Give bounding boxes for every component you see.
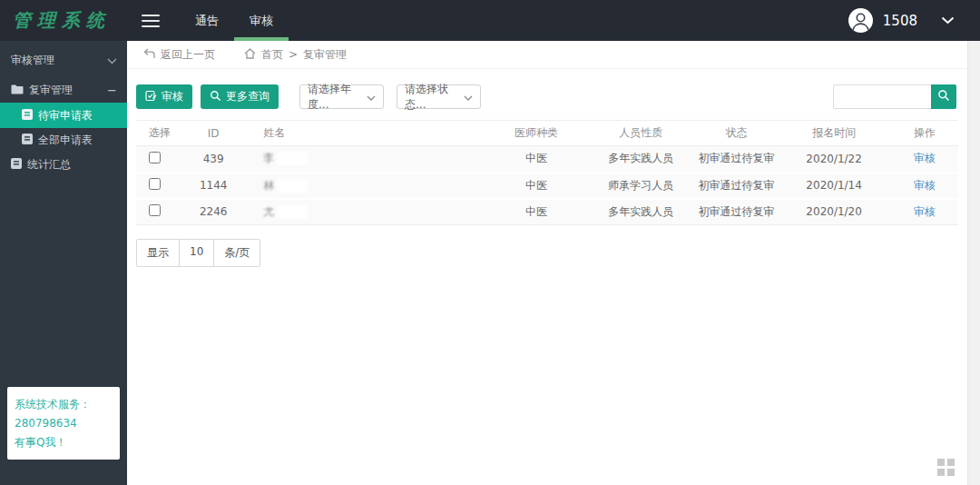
column-header-id: ID bbox=[186, 121, 240, 146]
row-checkbox[interactable] bbox=[149, 152, 161, 163]
breadcrumb-current: 复审管理 bbox=[303, 47, 347, 63]
year-select-value: 请选择年度... bbox=[308, 82, 367, 113]
service-line: 有事Q我！ bbox=[15, 433, 113, 452]
topbar: 管理系统 通告 审核 1508 bbox=[0, 0, 980, 41]
row-audit-link[interactable]: 审核 bbox=[914, 179, 936, 192]
collapse-minus-icon: − bbox=[107, 84, 117, 97]
service-qq-number: 280798634 bbox=[15, 414, 113, 433]
search-button[interactable] bbox=[931, 84, 956, 109]
user-id: 1508 bbox=[883, 13, 917, 29]
name-text-blurred: 李 bbox=[263, 152, 274, 164]
cell-id: 1144 bbox=[186, 173, 240, 199]
cell-doctor-type: 中医 bbox=[486, 173, 586, 199]
applications-table: 选择 ID 姓名 医师种类 人员性质 状态 报名时间 操作 439 李 中医 多… bbox=[136, 120, 958, 225]
page-size-value[interactable]: 10 bbox=[180, 240, 214, 266]
column-header-actions: 操作 bbox=[891, 121, 958, 146]
row-audit-link[interactable]: 审核 bbox=[914, 152, 936, 164]
cell-person-type: 多年实践人员 bbox=[586, 146, 695, 173]
sidebar-item-statistics-summary[interactable]: 统计汇总 bbox=[0, 153, 127, 177]
breadcrumb-home[interactable]: 首页 bbox=[244, 47, 283, 63]
name-censor-smudge bbox=[277, 152, 308, 165]
main-content: 返回上一页 首页 > 复审管理 审核 bbox=[127, 41, 967, 485]
cell-name: 李 bbox=[240, 146, 486, 173]
document-icon bbox=[22, 109, 33, 123]
cell-doctor-type: 中医 bbox=[486, 146, 586, 173]
page-size-unit-label: 条/页 bbox=[214, 240, 260, 266]
row-audit-link[interactable]: 审核 bbox=[914, 205, 936, 218]
table-body: 439 李 中医 多年实践人员 初审通过待复审 2020/1/22 审核 114… bbox=[136, 146, 958, 225]
column-header-doctor-type: 医师种类 bbox=[486, 121, 586, 146]
column-header-status: 状态 bbox=[695, 121, 777, 146]
document-icon bbox=[11, 158, 22, 172]
tab-audit-label: 审核 bbox=[250, 13, 273, 29]
cell-doctor-type: 中医 bbox=[486, 199, 586, 225]
clipboard-check-icon bbox=[145, 90, 157, 104]
back-link[interactable]: 返回上一页 bbox=[143, 47, 215, 63]
tab-notice[interactable]: 通告 bbox=[180, 0, 234, 41]
cell-date: 2020/1/22 bbox=[778, 146, 891, 173]
audit-button-label: 审核 bbox=[162, 89, 183, 104]
toolbar: 审核 更多查询 请选择年度... 请选择状态... bbox=[136, 84, 956, 109]
chevron-down-icon bbox=[464, 91, 473, 104]
return-arrow-icon bbox=[143, 48, 155, 62]
user-chevron-down-icon bbox=[941, 16, 955, 25]
page-size-control: 显示 10 条/页 bbox=[136, 239, 260, 267]
cell-name: 尤 bbox=[240, 199, 486, 225]
column-header-name: 姓名 bbox=[240, 121, 486, 146]
more-query-button-label: 更多查询 bbox=[226, 89, 270, 104]
audit-button[interactable]: 审核 bbox=[136, 84, 192, 109]
row-checkbox[interactable] bbox=[149, 178, 161, 190]
search-group bbox=[833, 84, 956, 109]
table-row: 2246 尤 中医 多年实践人员 初审通过待复审 2020/1/20 审核 bbox=[136, 199, 958, 225]
page-size-show-label: 显示 bbox=[137, 240, 180, 266]
table-row: 439 李 中医 多年实践人员 初审通过待复审 2020/1/22 审核 bbox=[136, 146, 958, 173]
tab-audit[interactable]: 审核 bbox=[234, 0, 289, 41]
name-text-blurred: 林 bbox=[263, 179, 274, 192]
app-logo: 管理系统 bbox=[0, 8, 129, 33]
tab-notice-label: 通告 bbox=[195, 13, 219, 29]
sidebar-item-label: 统计汇总 bbox=[27, 157, 71, 173]
table-row: 1144 林 中医 师承学习人员 初审通过待复审 2020/1/14 审核 bbox=[136, 173, 958, 199]
name-censor-smudge bbox=[277, 179, 308, 193]
more-query-button[interactable]: 更多查询 bbox=[201, 84, 279, 109]
vertical-scrollbar[interactable] bbox=[967, 41, 980, 485]
home-icon bbox=[244, 48, 256, 62]
table-header-row: 选择 ID 姓名 医师种类 人员性质 状态 报名时间 操作 bbox=[136, 121, 958, 146]
service-line: 系统技术服务： bbox=[15, 395, 113, 414]
cell-status: 初审通过待复审 bbox=[695, 199, 777, 225]
column-header-date: 报名时间 bbox=[778, 121, 891, 146]
breadcrumb: 返回上一页 首页 > 复审管理 bbox=[127, 41, 967, 69]
sidebar-item-label: 待审申请表 bbox=[38, 108, 93, 124]
chevron-down-icon bbox=[367, 91, 376, 104]
sidebar: 审核管理 复审管理 − 待审申请表 bbox=[0, 41, 127, 485]
sidebar-item-review-management[interactable]: 复审管理 − bbox=[0, 78, 127, 103]
search-icon bbox=[937, 89, 950, 104]
cell-id: 2246 bbox=[186, 199, 240, 225]
quick-grid-icon[interactable] bbox=[937, 459, 955, 476]
breadcrumb-home-label: 首页 bbox=[261, 47, 283, 63]
chevron-down-icon bbox=[107, 54, 117, 67]
row-checkbox[interactable] bbox=[149, 204, 161, 216]
sidebar-item-label: 全部申请表 bbox=[38, 133, 93, 148]
back-link-label: 返回上一页 bbox=[161, 47, 215, 63]
hamburger-menu-icon[interactable] bbox=[142, 15, 160, 27]
sidebar-item-audit-management[interactable]: 审核管理 bbox=[0, 48, 127, 73]
cell-status: 初审通过待复审 bbox=[695, 146, 777, 173]
document-icon bbox=[22, 134, 33, 147]
name-text-blurred: 尤 bbox=[263, 205, 274, 218]
user-avatar-icon bbox=[848, 8, 873, 33]
sidebar-item-label: 审核管理 bbox=[11, 53, 54, 68]
sidebar-item-all-applications[interactable]: 全部申请表 bbox=[0, 128, 127, 153]
user-menu[interactable]: 1508 bbox=[848, 8, 980, 33]
column-header-person-type: 人员性质 bbox=[586, 121, 695, 146]
search-input[interactable] bbox=[833, 84, 931, 109]
column-header-select: 选择 bbox=[136, 121, 186, 146]
cell-date: 2020/1/20 bbox=[778, 199, 891, 225]
status-select[interactable]: 请选择状态... bbox=[397, 84, 481, 109]
name-censor-smudge bbox=[277, 205, 308, 219]
folder-icon bbox=[11, 84, 24, 97]
year-select[interactable]: 请选择年度... bbox=[299, 84, 384, 109]
status-select-value: 请选择状态... bbox=[405, 82, 464, 113]
sidebar-item-pending-applications[interactable]: 待审申请表 bbox=[0, 103, 127, 128]
cell-name: 林 bbox=[240, 173, 486, 199]
